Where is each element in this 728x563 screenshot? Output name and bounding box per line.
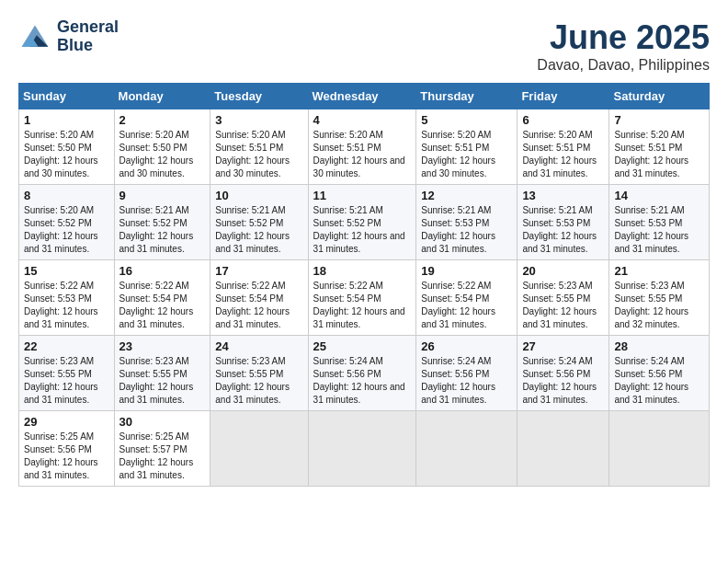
- day-info: Sunrise: 5:24 AMSunset: 5:56 PMDaylight:…: [313, 356, 405, 405]
- calendar-cell: 11 Sunrise: 5:21 AMSunset: 5:52 PMDaylig…: [308, 185, 416, 260]
- calendar-cell: 10 Sunrise: 5:21 AMSunset: 5:52 PMDaylig…: [210, 185, 308, 260]
- day-info: Sunrise: 5:20 AMSunset: 5:51 PMDaylight:…: [313, 130, 405, 178]
- main-title: June 2025: [537, 18, 710, 57]
- calendar-cell: 26 Sunrise: 5:24 AMSunset: 5:56 PMDaylig…: [416, 336, 518, 411]
- calendar-cell: 9 Sunrise: 5:21 AMSunset: 5:52 PMDayligh…: [114, 185, 210, 260]
- calendar-cell: 14 Sunrise: 5:21 AMSunset: 5:53 PMDaylig…: [609, 185, 710, 260]
- calendar-week-1: 1 Sunrise: 5:20 AMSunset: 5:50 PMDayligh…: [19, 109, 710, 185]
- title-area: June 2025 Davao, Davao, Philippines: [537, 18, 710, 74]
- day-number: 14: [614, 189, 704, 202]
- day-number: 27: [522, 339, 604, 353]
- day-info: Sunrise: 5:23 AMSunset: 5:55 PMDaylight:…: [614, 281, 688, 329]
- day-info: Sunrise: 5:21 AMSunset: 5:53 PMDaylight:…: [614, 205, 688, 254]
- day-info: Sunrise: 5:24 AMSunset: 5:56 PMDaylight:…: [421, 356, 495, 405]
- calendar-cell: 22 Sunrise: 5:23 AMSunset: 5:55 PMDaylig…: [19, 336, 115, 411]
- calendar-cell: 27 Sunrise: 5:24 AMSunset: 5:56 PMDaylig…: [518, 336, 609, 411]
- day-info: Sunrise: 5:20 AMSunset: 5:51 PMDaylight:…: [522, 130, 597, 178]
- calendar-cell: 13 Sunrise: 5:21 AMSunset: 5:53 PMDaylig…: [518, 185, 609, 260]
- day-info: Sunrise: 5:21 AMSunset: 5:52 PMDaylight:…: [119, 205, 194, 254]
- day-number: 24: [215, 339, 302, 353]
- calendar-week-5: 29 Sunrise: 5:25 AMSunset: 5:56 PMDaylig…: [19, 411, 710, 487]
- header-tuesday: Tuesday: [210, 84, 308, 109]
- logo-text: GeneralBlue: [57, 18, 119, 55]
- day-info: Sunrise: 5:20 AMSunset: 5:51 PMDaylight:…: [421, 130, 495, 178]
- calendar-cell: 28 Sunrise: 5:24 AMSunset: 5:56 PMDaylig…: [609, 336, 710, 411]
- day-info: Sunrise: 5:23 AMSunset: 5:55 PMDaylight:…: [522, 281, 597, 329]
- calendar-cell: 24 Sunrise: 5:23 AMSunset: 5:55 PMDaylig…: [210, 336, 308, 411]
- day-info: Sunrise: 5:21 AMSunset: 5:53 PMDaylight:…: [421, 205, 495, 254]
- day-number: 9: [119, 189, 206, 202]
- day-info: Sunrise: 5:21 AMSunset: 5:53 PMDaylight:…: [522, 205, 597, 254]
- header-monday: Monday: [114, 84, 210, 109]
- day-number: 23: [119, 339, 206, 353]
- calendar-cell: 16 Sunrise: 5:22 AMSunset: 5:54 PMDaylig…: [114, 260, 210, 336]
- day-number: 13: [522, 189, 604, 202]
- calendar-cell: 7 Sunrise: 5:20 AMSunset: 5:51 PMDayligh…: [609, 109, 710, 185]
- day-number: 12: [421, 189, 512, 202]
- calendar-cell: [518, 411, 609, 487]
- day-number: 10: [215, 189, 302, 202]
- calendar-cell: 30 Sunrise: 5:25 AMSunset: 5:57 PMDaylig…: [114, 411, 210, 487]
- day-number: 29: [24, 415, 109, 429]
- calendar-cell: 8 Sunrise: 5:20 AMSunset: 5:52 PMDayligh…: [19, 185, 115, 260]
- day-info: Sunrise: 5:22 AMSunset: 5:53 PMDaylight:…: [24, 281, 98, 329]
- day-number: 11: [313, 189, 412, 202]
- header-sunday: Sunday: [19, 84, 115, 109]
- calendar-cell: 5 Sunrise: 5:20 AMSunset: 5:51 PMDayligh…: [416, 109, 518, 185]
- day-info: Sunrise: 5:21 AMSunset: 5:52 PMDaylight:…: [215, 205, 290, 254]
- calendar-cell: 20 Sunrise: 5:23 AMSunset: 5:55 PMDaylig…: [518, 260, 609, 336]
- day-info: Sunrise: 5:21 AMSunset: 5:52 PMDaylight:…: [313, 205, 405, 254]
- day-number: 5: [421, 113, 512, 127]
- day-info: Sunrise: 5:22 AMSunset: 5:54 PMDaylight:…: [215, 281, 290, 329]
- day-number: 8: [24, 189, 109, 202]
- header-saturday: Saturday: [609, 84, 710, 109]
- calendar-week-3: 15 Sunrise: 5:22 AMSunset: 5:53 PMDaylig…: [19, 260, 710, 336]
- calendar-cell: [609, 411, 710, 487]
- day-info: Sunrise: 5:23 AMSunset: 5:55 PMDaylight:…: [215, 356, 290, 405]
- calendar-cell: [416, 411, 518, 487]
- day-number: 26: [421, 339, 512, 353]
- day-number: 15: [24, 264, 109, 278]
- day-number: 6: [522, 113, 604, 127]
- day-number: 19: [421, 264, 512, 278]
- day-info: Sunrise: 5:24 AMSunset: 5:56 PMDaylight:…: [614, 356, 688, 405]
- calendar-week-2: 8 Sunrise: 5:20 AMSunset: 5:52 PMDayligh…: [19, 185, 710, 260]
- calendar-cell: 21 Sunrise: 5:23 AMSunset: 5:55 PMDaylig…: [609, 260, 710, 336]
- day-number: 22: [24, 339, 109, 353]
- day-number: 3: [215, 113, 302, 127]
- day-info: Sunrise: 5:20 AMSunset: 5:51 PMDaylight:…: [215, 130, 290, 178]
- day-info: Sunrise: 5:25 AMSunset: 5:56 PMDaylight:…: [24, 431, 98, 480]
- day-number: 4: [313, 113, 412, 127]
- header-friday: Friday: [518, 84, 609, 109]
- day-info: Sunrise: 5:20 AMSunset: 5:50 PMDaylight:…: [24, 130, 98, 178]
- day-info: Sunrise: 5:24 AMSunset: 5:56 PMDaylight:…: [522, 356, 597, 405]
- day-info: Sunrise: 5:20 AMSunset: 5:51 PMDaylight:…: [614, 130, 688, 178]
- day-info: Sunrise: 5:22 AMSunset: 5:54 PMDaylight:…: [313, 281, 405, 329]
- calendar-cell: 3 Sunrise: 5:20 AMSunset: 5:51 PMDayligh…: [210, 109, 308, 185]
- calendar-header-row: SundayMondayTuesdayWednesdayThursdayFrid…: [19, 84, 710, 109]
- header-wednesday: Wednesday: [308, 84, 416, 109]
- calendar-cell: 6 Sunrise: 5:20 AMSunset: 5:51 PMDayligh…: [518, 109, 609, 185]
- calendar-cell: 12 Sunrise: 5:21 AMSunset: 5:53 PMDaylig…: [416, 185, 518, 260]
- calendar-table: SundayMondayTuesdayWednesdayThursdayFrid…: [18, 83, 710, 487]
- day-info: Sunrise: 5:22 AMSunset: 5:54 PMDaylight:…: [119, 281, 194, 329]
- calendar-cell: 17 Sunrise: 5:22 AMSunset: 5:54 PMDaylig…: [210, 260, 308, 336]
- calendar-cell: 18 Sunrise: 5:22 AMSunset: 5:54 PMDaylig…: [308, 260, 416, 336]
- day-number: 21: [614, 264, 704, 278]
- day-number: 30: [119, 415, 206, 429]
- day-number: 28: [614, 339, 704, 353]
- logo: GeneralBlue: [18, 18, 119, 55]
- calendar-cell: 25 Sunrise: 5:24 AMSunset: 5:56 PMDaylig…: [308, 336, 416, 411]
- day-info: Sunrise: 5:23 AMSunset: 5:55 PMDaylight:…: [119, 356, 194, 405]
- header: GeneralBlue June 2025 Davao, Davao, Phil…: [18, 18, 710, 74]
- day-number: 18: [313, 264, 412, 278]
- day-number: 20: [522, 264, 604, 278]
- day-number: 25: [313, 339, 412, 353]
- subtitle: Davao, Davao, Philippines: [537, 57, 710, 74]
- day-info: Sunrise: 5:22 AMSunset: 5:54 PMDaylight:…: [421, 281, 495, 329]
- logo-icon: [18, 20, 51, 53]
- day-info: Sunrise: 5:23 AMSunset: 5:55 PMDaylight:…: [24, 356, 98, 405]
- header-thursday: Thursday: [416, 84, 518, 109]
- calendar-cell: 2 Sunrise: 5:20 AMSunset: 5:50 PMDayligh…: [114, 109, 210, 185]
- day-number: 2: [119, 113, 206, 127]
